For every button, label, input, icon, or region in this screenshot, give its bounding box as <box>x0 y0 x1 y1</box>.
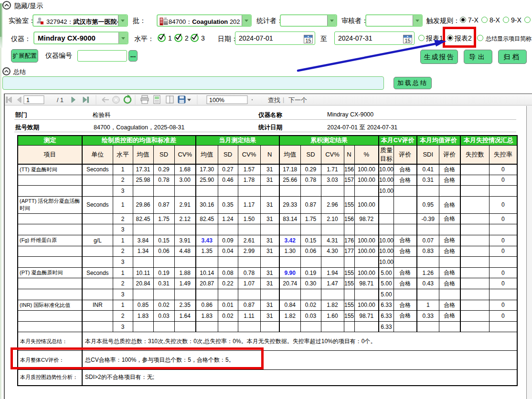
svg-text:1: 1 <box>26 97 30 104</box>
svg-text:/ 1: / 1 <box>57 97 64 104</box>
svg-text:下一个: 下一个 <box>288 96 307 104</box>
svg-text:|: | <box>283 96 284 103</box>
svg-text:100%: 100% <box>209 97 224 104</box>
svg-text:查找: 查找 <box>268 96 280 104</box>
